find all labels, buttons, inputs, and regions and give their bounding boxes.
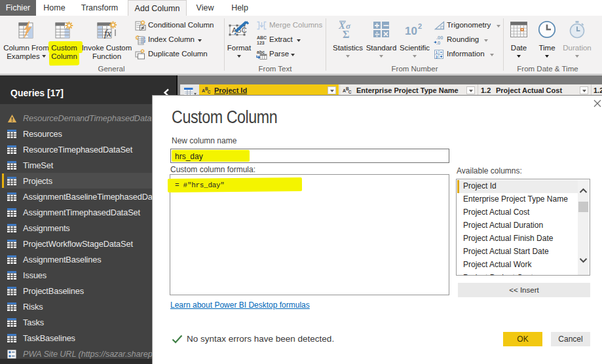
svg-text:abc: abc — [257, 50, 265, 54]
svg-text:1: 1 — [436, 50, 438, 54]
svg-text:Σ: Σ — [343, 29, 349, 39]
svg-text:2: 2 — [418, 22, 422, 30]
svg-text:.0: .0 — [436, 40, 440, 45]
svg-text:fx: fx — [104, 28, 111, 39]
svg-text:3: 3 — [436, 55, 438, 59]
svg-text:123: 123 — [257, 41, 265, 45]
svg-text:10: 10 — [405, 25, 417, 37]
svg-text:ABC: ABC — [257, 35, 267, 40]
svg-text:2: 2 — [143, 39, 145, 43]
